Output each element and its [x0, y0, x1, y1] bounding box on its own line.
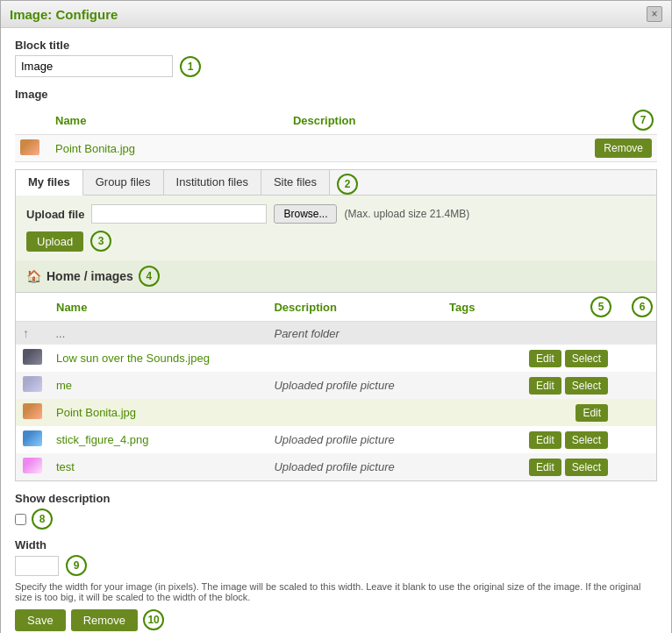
table-row: me Uploaded profile picture Edit Select — [16, 372, 656, 399]
file-actions: Edit Select — [494, 453, 615, 480]
edit-button[interactable]: Edit — [529, 459, 561, 476]
image-section-label: Image — [15, 88, 657, 101]
edit-button[interactable]: Edit — [529, 350, 561, 367]
image-desc — [288, 135, 481, 162]
circle-1: 1 — [180, 56, 201, 77]
footer-buttons: Save Remove 10 — [15, 609, 657, 631]
file-tags — [442, 345, 494, 372]
close-button[interactable]: × — [647, 6, 662, 22]
edit-button[interactable]: Edit — [529, 431, 561, 449]
show-desc-label: Show description — [15, 492, 657, 505]
dialog-body: Block title 1 Image Name Description 7 — [1, 28, 671, 633]
file-action-btns: Edit Select — [529, 459, 608, 476]
block-title-input[interactable] — [15, 55, 173, 77]
file-thumbnail — [23, 349, 42, 365]
file-tags — [442, 453, 494, 480]
circle-10: 10 — [143, 609, 164, 630]
file-name-link[interactable]: me — [56, 379, 72, 392]
parent-folder-name: ... — [49, 322, 267, 345]
file-desc: Uploaded profile picture — [267, 453, 442, 480]
remove-image-button[interactable]: Remove — [595, 139, 652, 158]
circle-4: 4 — [139, 266, 160, 287]
image-thumbnail — [20, 139, 39, 155]
circle-3: 3 — [90, 231, 111, 252]
file-thumbnail — [23, 430, 42, 446]
files-col-description: Description — [267, 293, 442, 322]
width-input[interactable] — [15, 556, 59, 576]
file-actions: Edit — [494, 399, 615, 426]
file-thumbnail — [23, 458, 42, 473]
remove-button[interactable]: Remove — [71, 609, 138, 631]
file-thumbnail — [23, 376, 42, 392]
table-row: test Uploaded profile picture Edit Selec… — [16, 453, 656, 480]
circle-7: 7 — [633, 110, 654, 131]
tabs-body: Upload file Browse... (Max. upload size … — [16, 196, 656, 260]
upload-row: Upload file Browse... (Max. upload size … — [26, 204, 646, 224]
image-name: Point Bonita.jpg — [50, 135, 288, 162]
edit-button[interactable]: Edit — [575, 404, 608, 422]
file-tags — [442, 426, 494, 453]
dialog-title: Image: Configure — [10, 7, 118, 22]
circle-6: 6 — [632, 296, 653, 317]
edit-button[interactable]: Edit — [529, 377, 561, 395]
show-description-section: Show description 8 — [15, 492, 657, 530]
upload-button[interactable]: Upload — [26, 231, 83, 252]
file-name-link[interactable]: stick_figure_4.png — [56, 433, 149, 446]
file-tags — [442, 372, 494, 399]
select-button[interactable]: Select — [565, 377, 608, 395]
width-label: Width — [15, 538, 657, 551]
tab-institution-files[interactable]: Institution files — [164, 170, 261, 195]
parent-folder-icon: ↑ — [23, 326, 29, 340]
upload-btn-row: Upload 3 — [26, 231, 646, 252]
configure-dialog: Image: Configure × Block title 1 Image N… — [0, 0, 672, 633]
file-name-link[interactable]: test — [56, 460, 75, 473]
breadcrumb-text: Home / images — [46, 269, 133, 283]
select-button[interactable]: Select — [565, 431, 608, 449]
save-button[interactable]: Save — [15, 609, 66, 631]
width-row: 9 — [15, 555, 657, 576]
upload-max-size: (Max. upload size 21.4MB) — [344, 208, 469, 220]
block-title-row: 1 — [15, 55, 657, 77]
table-row: Point Bonita.jpg Edit — [16, 399, 656, 426]
image-table-row: Point Bonita.jpg Remove — [15, 135, 657, 162]
dialog-titlebar: Image: Configure × — [1, 1, 671, 28]
table-row: ↑ ... Parent folder — [16, 322, 656, 345]
parent-folder-desc: Parent folder — [267, 322, 442, 345]
width-section: Width 9 Specify the width for your image… — [15, 538, 657, 602]
files-table: Name Description Tags 5 6 — [16, 293, 656, 480]
file-actions: Edit Select — [494, 345, 615, 372]
col-name: Name — [50, 106, 288, 135]
tabs-section: My files Group files Institution files S… — [15, 169, 657, 481]
home-icon: 🏠 — [26, 269, 41, 283]
file-desc: Uploaded profile picture — [267, 372, 442, 399]
table-row: Low sun over the Sounds.jpeg Edit Select — [16, 345, 656, 372]
circle-9: 9 — [66, 555, 87, 576]
file-action-btns: Edit Select — [529, 350, 608, 367]
show-description-checkbox[interactable] — [15, 514, 26, 525]
browse-button[interactable]: Browse... — [274, 204, 337, 224]
file-desc — [267, 345, 442, 372]
col-description: Description — [288, 106, 481, 135]
block-title-label: Block title — [15, 39, 657, 52]
file-tags — [442, 399, 494, 426]
file-name-link[interactable]: Low sun over the Sounds.jpeg — [56, 352, 210, 365]
file-desc: Uploaded profile picture — [267, 426, 442, 453]
circle-5: 5 — [590, 296, 611, 317]
files-col-tags: Tags — [442, 293, 494, 322]
tab-site-files[interactable]: Site files — [261, 170, 330, 195]
table-row: stick_figure_4.png Uploaded profile pict… — [16, 426, 656, 453]
tabs-row: My files Group files Institution files S… — [16, 170, 656, 196]
tab-group-files[interactable]: Group files — [83, 170, 164, 195]
select-button[interactable]: Select — [565, 350, 608, 367]
file-actions: Edit Select — [494, 426, 615, 453]
file-name-link[interactable]: Point Bonita.jpg — [56, 406, 136, 419]
circle-8: 8 — [32, 509, 53, 530]
tab-my-files[interactable]: My files — [16, 170, 83, 196]
breadcrumb-row: 🏠 Home / images 4 — [16, 260, 656, 293]
file-thumbnail — [23, 403, 42, 419]
files-col-name: Name — [49, 293, 267, 322]
file-action-btns: Edit Select — [529, 431, 608, 449]
image-table: Name Description 7 Point Bonita.jpg Remo… — [15, 106, 657, 162]
upload-file-input[interactable] — [91, 204, 267, 224]
select-button[interactable]: Select — [565, 459, 608, 476]
